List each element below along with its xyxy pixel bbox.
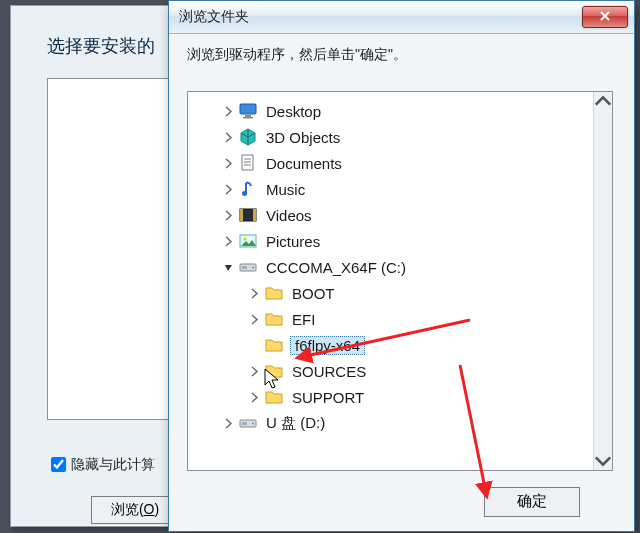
chevron-right-icon[interactable]: [220, 129, 236, 145]
tree-item[interactable]: U 盘 (D:): [188, 410, 592, 436]
folder-icon: [264, 284, 284, 302]
scroll-down-button[interactable]: [594, 452, 612, 470]
tree-item-label: BOOT: [290, 285, 337, 302]
chevron-down-icon[interactable]: [220, 259, 236, 275]
tree-item[interactable]: EFI: [188, 306, 592, 332]
pictures-icon: [238, 232, 258, 250]
folder-icon: [264, 362, 284, 380]
close-icon: [599, 9, 611, 25]
svg-rect-9: [240, 209, 243, 221]
drive-icon: [238, 414, 258, 432]
dialog-instruction: 浏览到驱动程序，然后单击"确定"。: [169, 34, 634, 72]
svg-point-12: [244, 238, 247, 241]
folder-icon: [264, 310, 284, 328]
tree-item-label: CCCOMA_X64F (C:): [264, 259, 408, 276]
chevron-right-icon[interactable]: [220, 415, 236, 431]
ok-button[interactable]: 确定: [484, 487, 580, 517]
3d-icon: [238, 128, 258, 146]
folder-tree[interactable]: Desktop3D ObjectsDocumentsMusicVideosPic…: [187, 91, 613, 471]
svg-rect-18: [242, 422, 247, 425]
tree-item[interactable]: Documents: [188, 150, 592, 176]
svg-rect-1: [245, 115, 251, 117]
chevron-right-icon[interactable]: [220, 181, 236, 197]
hide-incompatible-checkbox[interactable]: 隐藏与此计算: [47, 454, 155, 475]
chevron-right-icon[interactable]: [246, 389, 262, 405]
tree-item[interactable]: SOURCES: [188, 358, 592, 384]
svg-rect-0: [240, 104, 256, 114]
tree-item-label: SUPPORT: [290, 389, 366, 406]
chevron-right-icon[interactable]: [246, 311, 262, 327]
tree-item[interactable]: 3D Objects: [188, 124, 592, 150]
tree-item-label: Desktop: [264, 103, 323, 120]
drive-icon: [238, 258, 258, 276]
videos-icon: [238, 206, 258, 224]
chevron-right-icon[interactable]: [220, 103, 236, 119]
tree-item-label: EFI: [290, 311, 317, 328]
docs-icon: [238, 154, 258, 172]
tree-item[interactable]: Videos: [188, 202, 592, 228]
tree-item-label: Pictures: [264, 233, 322, 250]
tree-item-label: f6flpy-x64: [290, 336, 365, 355]
browse-folder-dialog: 浏览文件夹 浏览到驱动程序，然后单击"确定"。 Desktop3D Object…: [168, 0, 635, 532]
hide-check-label: 隐藏与此计算: [71, 456, 155, 474]
tree-item[interactable]: Music: [188, 176, 592, 202]
svg-point-14: [252, 267, 254, 269]
tree-item[interactable]: Pictures: [188, 228, 592, 254]
chevron-right-icon[interactable]: [246, 363, 262, 379]
parent-heading: 选择要安装的: [47, 34, 155, 58]
svg-point-17: [252, 423, 254, 425]
tree-scrollbar[interactable]: [593, 92, 612, 470]
svg-rect-10: [253, 209, 256, 221]
tree-item[interactable]: Desktop: [188, 98, 592, 124]
svg-point-7: [242, 191, 247, 196]
svg-rect-15: [242, 266, 247, 269]
music-icon: [238, 180, 258, 198]
tree-item-label: U 盘 (D:): [264, 414, 327, 433]
chevron-right-icon[interactable]: [246, 285, 262, 301]
hide-check-input[interactable]: [51, 457, 66, 472]
chevron-right-icon[interactable]: [220, 233, 236, 249]
titlebar[interactable]: 浏览文件夹: [169, 1, 634, 34]
tree-item[interactable]: CCCOMA_X64F (C:): [188, 254, 592, 280]
folder-icon: [264, 336, 284, 354]
tree-item[interactable]: SUPPORT: [188, 384, 592, 410]
chevron-right-icon[interactable]: [220, 207, 236, 223]
desktop-icon: [238, 102, 258, 120]
tree-item-label: Music: [264, 181, 307, 198]
tree-item-label: Documents: [264, 155, 344, 172]
tree-item[interactable]: f6flpy-x64: [188, 332, 592, 358]
tree-item-label: Videos: [264, 207, 314, 224]
close-button[interactable]: [582, 6, 628, 28]
tree-item-label: 3D Objects: [264, 129, 342, 146]
browse-button[interactable]: 浏览(O): [91, 496, 179, 524]
scroll-up-button[interactable]: [594, 92, 612, 110]
svg-rect-2: [243, 117, 253, 119]
expander-none: [246, 337, 262, 353]
tree-item-label: SOURCES: [290, 363, 368, 380]
tree-item[interactable]: BOOT: [188, 280, 592, 306]
dialog-title: 浏览文件夹: [179, 8, 582, 26]
folder-icon: [264, 388, 284, 406]
chevron-right-icon[interactable]: [220, 155, 236, 171]
